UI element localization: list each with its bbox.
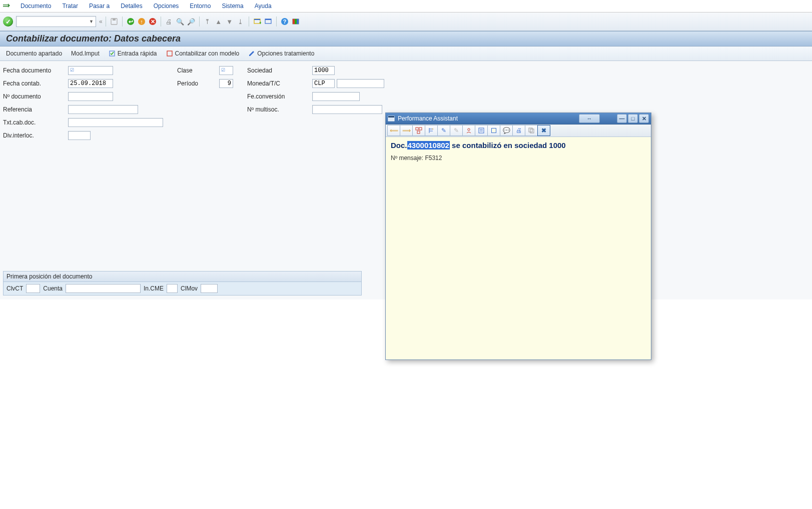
svg-rect-26 — [416, 128, 418, 130]
pencil-icon — [248, 50, 255, 57]
popup-minimize-icon[interactable]: — — [617, 114, 627, 123]
command-field[interactable]: ▼ — [16, 16, 96, 27]
separator — [276, 16, 277, 26]
popup-titlebar[interactable]: Performance Assistant ↔ — □ ✕ — [386, 113, 651, 124]
separator — [161, 16, 161, 26]
app-menu-icon[interactable] — [2, 2, 10, 10]
fld-fe-conversion[interactable] — [312, 92, 360, 101]
menu-opciones[interactable]: Opciones — [148, 1, 185, 11]
prev-page-icon[interactable]: ▲ — [214, 16, 224, 26]
save-icon[interactable] — [109, 16, 119, 26]
svg-rect-15 — [265, 19, 271, 20]
first-page-icon[interactable]: ⤒ — [203, 16, 213, 26]
popup-close-icon[interactable]: ✕ — [639, 114, 649, 123]
menu-entorno[interactable]: Entorno — [184, 1, 216, 11]
menu-documento[interactable]: Documento — [15, 1, 57, 11]
command-dropdown-icon[interactable]: ▼ — [89, 19, 94, 24]
fld-moneda-rate[interactable] — [337, 79, 384, 88]
layout-icon[interactable] — [291, 16, 301, 26]
popup-tree-icon[interactable] — [412, 125, 425, 136]
fld-cuenta[interactable] — [66, 284, 141, 293]
lbl-n-documento: Nº documento — [3, 93, 68, 100]
popup-nav-fwd-icon[interactable]: ⟹ — [400, 125, 413, 136]
find-icon[interactable]: 🔍 — [175, 16, 185, 26]
popup-dock-icon[interactable]: ↔ — [579, 114, 600, 123]
popup-maximize-icon[interactable]: □ — [628, 114, 638, 123]
separator — [122, 16, 123, 26]
fld-div-interloc[interactable] — [68, 131, 91, 140]
svg-point-33 — [468, 128, 470, 130]
svg-marker-2 — [8, 4, 10, 8]
popup-nav-back-icon[interactable]: ⟸ — [387, 125, 400, 136]
fld-sociedad[interactable] — [312, 66, 335, 75]
btn-entrada-rapida[interactable]: Entrada rápida — [109, 50, 157, 57]
svg-marker-32 — [432, 128, 434, 130]
lbl-cuenta: Cuenta — [43, 285, 63, 292]
exit-icon[interactable]: ↑ — [137, 16, 147, 26]
lbl-clase: Clase — [177, 67, 219, 74]
fld-clase[interactable] — [219, 66, 233, 75]
popup-close2-icon[interactable]: ✖ — [537, 125, 550, 136]
fld-fecha-contab[interactable] — [68, 79, 113, 88]
popup-hierarchy-icon[interactable] — [425, 125, 438, 136]
form-col-1: Fecha documento ☑ Fecha contab. Nº docum… — [3, 65, 163, 141]
popup-tech-info-icon[interactable] — [475, 125, 488, 136]
svg-rect-27 — [419, 128, 422, 130]
popup-link-icon[interactable]: ✎ — [450, 125, 463, 136]
application-toolbar: Documento apartado Mod.Imput Entrada ráp… — [0, 46, 812, 61]
fld-clvct[interactable] — [26, 284, 40, 293]
btn-opciones-trat[interactable]: Opciones tratamiento — [248, 50, 314, 57]
cancel-icon[interactable]: ✕ — [148, 16, 158, 26]
fld-referencia[interactable] — [68, 105, 138, 114]
svg-rect-1 — [3, 6, 8, 7]
enter-button[interactable]: ✓ — [3, 16, 13, 26]
help-icon[interactable]: ? — [280, 16, 290, 26]
fld-n-documento[interactable] — [68, 92, 113, 101]
svg-text:✕: ✕ — [150, 18, 155, 24]
svg-rect-12 — [254, 19, 260, 20]
popup-toolbar: ⟸ ⟹ ✎ ✎ 💬 🖨 ✖ — [386, 124, 651, 137]
shortcut-icon[interactable] — [263, 16, 273, 26]
lbl-moneda: Moneda/T/C — [247, 80, 312, 87]
btn-mod-imput[interactable]: Mod.Imput — [71, 50, 100, 57]
svg-rect-20 — [295, 19, 297, 24]
btn-documento-apartado[interactable]: Documento apartado — [6, 50, 62, 57]
fld-moneda[interactable] — [312, 79, 335, 88]
fld-fecha-documento[interactable] — [68, 66, 113, 75]
history-back-icon[interactable]: « — [99, 18, 103, 25]
new-session-icon[interactable]: + — [252, 16, 262, 26]
popup-app-icon — [388, 115, 395, 122]
popup-user-icon[interactable] — [462, 125, 475, 136]
next-page-icon[interactable]: ▼ — [225, 16, 235, 26]
lbl-incme: In.CME — [144, 285, 164, 292]
btn-contab-modelo[interactable]: Contabilizar con modelo — [166, 50, 240, 57]
popup-message-body: Nº mensaje: F5312 — [391, 154, 646, 162]
menu-sistema[interactable]: Sistema — [216, 1, 249, 11]
fld-incme[interactable] — [167, 284, 178, 293]
popup-content: Doc.4300010802 se contabilizó en socieda… — [386, 137, 651, 360]
form-col-3: Sociedad Moneda/T/C Fe.conversión Nº mul… — [247, 65, 384, 141]
menu-tratar[interactable]: Tratar — [57, 1, 84, 11]
fld-periodo[interactable] — [219, 79, 233, 88]
fld-clmov[interactable] — [201, 284, 218, 293]
fld-n-multisoc[interactable] — [312, 105, 382, 114]
print-icon[interactable]: 🖨 — [164, 16, 174, 26]
popup-message-title: Doc.4300010802 se contabilizó en socieda… — [391, 141, 646, 150]
menu-detalles[interactable]: Detalles — [115, 1, 148, 11]
back-icon[interactable]: ↩ — [126, 16, 136, 26]
lbl-txt-cab: Txt.cab.doc. — [3, 119, 68, 126]
svg-rect-28 — [417, 131, 420, 134]
popup-copy-icon[interactable] — [525, 125, 538, 136]
popup-print-icon[interactable]: 🖨 — [512, 125, 525, 136]
popup-chat-icon[interactable]: 💬 — [500, 125, 513, 136]
popup-doc-number: 4300010802 — [407, 141, 450, 150]
find-next-icon[interactable]: 🔎 — [186, 16, 196, 26]
popup-edit-icon[interactable]: ✎ — [437, 125, 450, 136]
last-page-icon[interactable]: ⤓ — [236, 16, 246, 26]
menu-pasar-a[interactable]: Pasar a — [84, 1, 115, 11]
popup-flag-icon[interactable] — [487, 125, 500, 136]
fld-txt-cab[interactable] — [68, 118, 163, 127]
menu-ayuda[interactable]: Ayuda — [249, 1, 277, 11]
separator — [106, 16, 106, 26]
svg-text:↑: ↑ — [140, 18, 143, 24]
